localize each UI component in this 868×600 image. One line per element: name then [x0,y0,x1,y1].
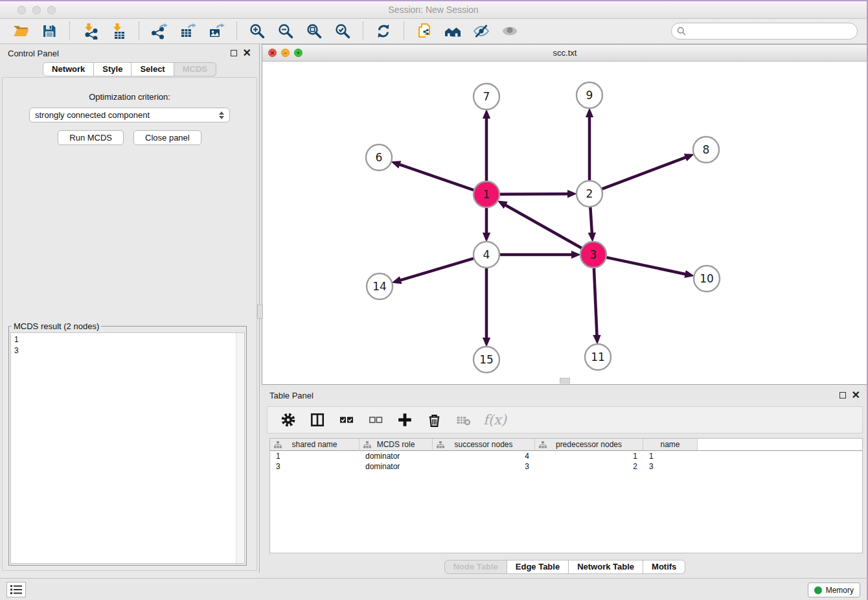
checked-boxes-icon [339,413,354,427]
export-network-button[interactable] [150,21,169,41]
column-header-shared-name[interactable]: shared name [270,439,360,451]
graph-node-2[interactable]: 2 [577,181,602,207]
graph-edge-3-10[interactable] [606,257,686,274]
table-cell[interactable]: 3 [270,461,360,472]
save-icon [41,23,58,40]
network-view-window: ✕ − + scc.txt 7968124314101511 [262,44,868,385]
open-file-button[interactable] [11,21,30,41]
create-column-button[interactable] [396,411,414,429]
mcds-result-item[interactable]: 1 [14,334,241,345]
graph-edge-2-8[interactable] [602,157,686,189]
svg-text:3: 3 [590,248,597,261]
table-cell[interactable]: 1 [270,451,360,461]
float-panel-icon[interactable] [231,50,237,56]
graph-node-4[interactable]: 4 [474,242,499,268]
hide-visual-button[interactable] [472,21,491,41]
graph-edge-2-3[interactable] [590,207,592,233]
table-cell[interactable]: 3 [643,461,698,472]
export-image-icon [208,23,225,40]
column-header-successor-nodes[interactable]: successor nodes [433,439,535,451]
export-image-button[interactable] [207,21,226,41]
graph-node-15[interactable]: 15 [474,347,499,373]
float-panel-icon[interactable] [839,392,846,398]
tab-node-table[interactable]: Node Table [444,560,507,574]
column-header-predecessor-nodes[interactable]: predecessor nodes [535,439,643,451]
svg-text:14: 14 [372,280,387,293]
home-networks-button[interactable] [443,21,463,41]
table-cell[interactable]: 1 [643,451,698,461]
graph-node-14[interactable]: 14 [367,273,393,299]
graph-node-7[interactable]: 7 [474,84,499,110]
main-toolbar [0,19,867,44]
export-table-button[interactable] [178,21,198,41]
task-history-button[interactable] [6,582,26,597]
close-panel-button[interactable]: Close panel [133,130,201,145]
save-session-button[interactable] [40,21,59,41]
zoom-in-button[interactable] [247,21,267,41]
tab-mcds[interactable]: MCDS [174,62,216,76]
graph-edge-3-11[interactable] [594,268,597,336]
close-panel-icon[interactable]: ✕ [243,50,251,56]
graph-node-9[interactable]: 9 [577,82,602,108]
graph-edge-1-2[interactable] [499,194,568,194]
graph-node-3[interactable]: 3 [580,242,606,268]
tab-edge-table[interactable]: Edge Table [507,560,569,574]
svg-text:8: 8 [703,143,710,156]
table-cell[interactable]: dominator [360,451,433,461]
optimization-criterion-select[interactable]: strongly connected component [29,108,230,122]
table-cell[interactable]: 1 [535,451,643,461]
tab-network[interactable]: Network [43,62,94,76]
table-row[interactable]: 1dominator411 [270,451,862,461]
graph-edge-4-14[interactable] [400,259,474,281]
column-header-mcds-role[interactable]: MCDS role [360,439,433,451]
close-panel-icon[interactable]: ✕ [852,392,860,398]
memory-button[interactable]: Memory [808,583,860,597]
show-column-panel-button[interactable] [308,411,326,429]
zoom-selected-button[interactable] [333,21,352,41]
tab-style[interactable]: Style [94,62,131,76]
svg-text:15: 15 [479,353,494,366]
table-panel-title: Table Panel [269,391,314,400]
tab-motifs[interactable]: Motifs [643,560,685,574]
graph-node-10[interactable]: 10 [694,266,720,292]
graph-node-8[interactable]: 8 [693,137,719,163]
unselect-all-columns-button[interactable] [367,411,385,429]
search-input[interactable] [671,23,858,40]
mcds-result-list[interactable]: 13 [10,332,245,564]
scrollbar-track[interactable] [236,333,244,563]
show-visual-button[interactable] [500,21,520,41]
mcds-result-item[interactable]: 3 [14,345,241,356]
panel-splitter-grip[interactable] [257,305,263,319]
import-table-button[interactable] [109,21,128,41]
graph-edge-3-1[interactable] [505,205,582,248]
graph-node-11[interactable]: 11 [585,344,611,370]
network-splitter-grip[interactable] [560,378,570,384]
delete-column-button[interactable] [425,411,443,429]
select-all-columns-button[interactable] [337,411,356,429]
mcds-panel-body: Optimization criterion: strongly connect… [2,77,257,571]
graph-node-1[interactable]: 1 [474,181,499,207]
table-settings-button[interactable] [279,411,297,429]
import-network-button[interactable] [80,21,100,41]
svg-text:9: 9 [586,89,593,102]
zoom-out-button[interactable] [276,21,295,41]
zoom-selected-icon [334,23,351,40]
hierarchy-icon [437,441,444,448]
apply-layout-button[interactable] [374,21,393,41]
table-cell[interactable]: 2 [535,461,643,472]
tab-select[interactable]: Select [131,62,174,76]
zoom-fit-button[interactable] [304,21,324,41]
graph-node-6[interactable]: 6 [366,144,392,170]
table-row[interactable]: 3dominator323 [270,461,862,472]
column-header-name[interactable]: name [643,439,698,451]
network-file-button[interactable] [415,21,434,41]
tab-network-table[interactable]: Network Table [569,560,643,574]
homes-icon [444,23,461,40]
table-cell[interactable]: 3 [433,461,535,472]
graph-edge-1-6[interactable] [399,165,474,190]
trash-icon [427,413,442,428]
run-mcds-button[interactable]: Run MCDS [58,130,124,145]
network-canvas[interactable]: 7968124314101511 [262,62,867,384]
table-cell[interactable]: dominator [360,461,433,472]
table-cell[interactable]: 4 [433,451,535,461]
